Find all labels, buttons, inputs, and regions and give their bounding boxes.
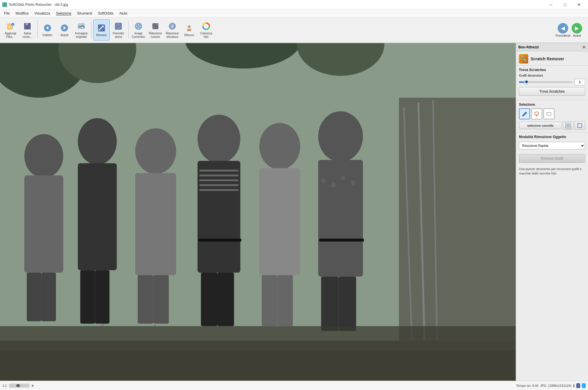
graffi-slider[interactable] [519, 81, 573, 83]
svg-point-48 [24, 134, 63, 178]
svg-rect-59 [153, 275, 169, 324]
menu-aiuto[interactable]: Aiuto [116, 9, 130, 17]
svg-rect-67 [201, 273, 217, 326]
sep3 [128, 21, 129, 39]
menu-strumenti[interactable]: Strumenti [74, 9, 95, 17]
indietro-button[interactable]: Indietro [39, 20, 56, 40]
aggiungi-button[interactable]: + AggiungiFiles... [2, 20, 19, 40]
scratch-remover-title: Scratch Remover [531, 57, 564, 61]
app-title: SoftOrbits Photo Retoucher - old-3.jpg [9, 3, 544, 7]
svg-rect-82 [319, 239, 364, 241]
zoom-thumb[interactable] [16, 384, 20, 387]
modalita-section: Modalità Rimozione Oggetto Rimozione Rap… [516, 132, 588, 152]
svg-rect-92 [566, 124, 570, 127]
status-info: Tempo (s): 0.04 JPG (1998x1312x24) ℹ f t [516, 383, 586, 388]
colorizza-label: Colorizzafoto [200, 32, 212, 39]
svg-point-33 [171, 24, 173, 28]
svg-rect-74 [318, 160, 363, 277]
svg-point-78 [350, 180, 355, 185]
prev-label: Precedente [556, 34, 571, 37]
trova-section: Trova Scratches Graffi dimensioni 5 Trov… [516, 66, 588, 100]
sel-rect-button[interactable] [543, 108, 554, 119]
invert-selection-button[interactable] [575, 121, 585, 130]
panel-close-button[interactable]: ✕ [582, 45, 586, 50]
selezione-section: Selezione selezione cancella [516, 100, 588, 132]
svg-rect-29 [153, 27, 155, 29]
avanti-button[interactable]: Avanti [56, 20, 73, 40]
aggiungi-icon: + [6, 22, 15, 31]
colorizza-button[interactable]: Colorizzafoto [198, 20, 214, 40]
svg-rect-68 [217, 273, 234, 326]
window-controls: ─ □ ✕ [544, 0, 586, 9]
rimuovi-button[interactable]: Rimuovi [93, 20, 110, 40]
app-icon [2, 2, 7, 7]
prev-nav: ◀ Precedente [556, 23, 571, 37]
slider-thumb[interactable] [524, 80, 529, 84]
zoom-slider[interactable] [9, 384, 29, 388]
panel-header: Box-Attrezzi ✕ [516, 43, 588, 51]
riduzione-rumore-button[interactable]: Riduzionerumore [147, 20, 164, 40]
time-info: Tempo (s): 0.04 [516, 384, 538, 387]
svg-rect-80 [339, 276, 356, 331]
immagine-button[interactable]: Immagineoriginale [73, 20, 89, 40]
riduzione-sfocatura-button[interactable]: Riduzionesfocatura [164, 20, 180, 40]
maximize-button[interactable]: □ [558, 0, 572, 9]
sel-lasso-button[interactable] [531, 108, 542, 119]
svg-point-56 [135, 128, 176, 174]
svg-rect-71 [262, 275, 277, 326]
slider-fill [519, 81, 524, 83]
riduzione-sfocatura-icon [168, 22, 177, 31]
svg-point-75 [321, 178, 326, 183]
cancel-selection-button[interactable]: selezione cancella [519, 122, 562, 129]
image-correction-button[interactable]: ImageCorrection [130, 20, 147, 40]
svg-rect-57 [135, 173, 176, 275]
next-button[interactable]: ▶ [572, 23, 582, 33]
toolbar-nav: ◀ Precedente ▶ Avanti [556, 23, 586, 37]
modalita-dropdown[interactable]: Rimozione Rapida Rimozione Avanzata Rimo… [519, 142, 585, 149]
salva-button[interactable]: Salvacome... [19, 20, 36, 40]
select-all-button[interactable] [563, 121, 573, 130]
prev-button[interactable]: ◀ [558, 23, 568, 33]
ritocco-button[interactable]: Ritocco [181, 20, 197, 40]
menubar: File Modifica Visualizza Selezione Strum… [0, 9, 588, 17]
svg-text:+: + [12, 23, 14, 26]
svg-rect-61 [198, 161, 241, 273]
svg-rect-81 [199, 239, 241, 241]
svg-point-73 [318, 111, 363, 162]
menu-modifica[interactable]: Modifica [13, 9, 31, 17]
rimuovi-icon [97, 23, 106, 33]
close-button[interactable]: ✕ [572, 0, 586, 9]
facebook-icon[interactable]: f [576, 383, 580, 388]
sel-pencil-button[interactable] [519, 108, 530, 119]
pennello-button[interactable]: Pennellostoria [110, 20, 127, 40]
selezione-title: Selezione [519, 103, 585, 107]
indietro-label: Indietro [43, 33, 52, 37]
canvas-area[interactable] [0, 43, 516, 381]
menu-visualizza[interactable]: Visualizza [31, 9, 53, 17]
minimize-button[interactable]: ─ [544, 0, 558, 9]
info-icon[interactable]: ℹ [573, 383, 575, 388]
immagine-icon [77, 22, 86, 31]
twitter-icon[interactable]: t [582, 383, 586, 388]
svg-rect-83 [0, 326, 516, 381]
indietro-icon [43, 23, 52, 33]
slider-value-input[interactable]: 5 [575, 79, 585, 85]
svg-rect-55 [95, 270, 109, 324]
sep1 [37, 21, 38, 39]
photo-display [0, 43, 516, 381]
menu-selezione[interactable]: Selezione [53, 9, 74, 17]
trova-button[interactable]: Trova Scratches [519, 87, 585, 96]
slider-row: 5 [519, 79, 585, 85]
menu-file[interactable]: File [1, 9, 13, 17]
svg-rect-17 [115, 23, 122, 30]
image-correction-icon [134, 22, 143, 31]
menu-softorbits[interactable]: SoftOrbits [95, 9, 116, 17]
avanti-icon [60, 23, 69, 33]
immagine-label: Immagineoriginale [75, 32, 88, 39]
svg-rect-54 [80, 270, 95, 324]
svg-rect-7 [26, 27, 29, 28]
help-text: Usa questo strumento per rimuovere graff… [516, 165, 588, 179]
svg-rect-90 [547, 112, 551, 115]
toolbar: + AggiungiFiles... Salvacome... Indietro… [0, 17, 588, 43]
rimuovi-graffi-button[interactable]: Rimuovi Graffi [519, 154, 585, 163]
